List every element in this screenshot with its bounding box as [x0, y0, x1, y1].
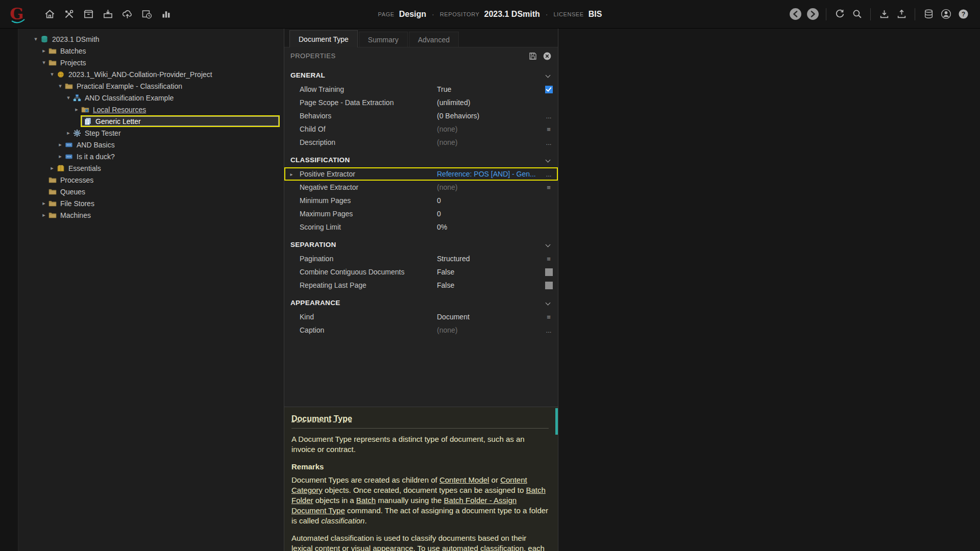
batch-import-icon[interactable] [99, 6, 116, 23]
prop-row-maximum-pages[interactable]: Maximum Pages0 [284, 207, 558, 220]
batch-clock-icon[interactable] [138, 6, 155, 23]
prop-row-pagination[interactable]: PaginationStructured≡ [284, 252, 558, 265]
tree-expander-icon[interactable]: ▸ [56, 141, 64, 148]
repository-stack-icon[interactable] [920, 6, 937, 23]
help-link[interactable]: Content Model [439, 475, 489, 484]
tree-expander-icon[interactable]: ▸ [72, 106, 81, 113]
section-header-appearance[interactable]: APPEARANCE [284, 295, 558, 310]
menu-button[interactable]: ≡ [540, 126, 558, 133]
tree-item-essentials[interactable]: ▸Essentials [18, 162, 284, 174]
tree-item-and-classification-example[interactable]: ▾AND Classification Example [18, 92, 284, 104]
home-icon[interactable] [41, 6, 58, 23]
cloud-upload-icon[interactable] [118, 6, 136, 23]
cancel-icon[interactable] [543, 52, 552, 61]
tree-expander-icon[interactable]: ▸ [48, 165, 56, 171]
prop-label: Repeating Last Page [296, 281, 437, 289]
tools-icon[interactable] [60, 6, 78, 23]
prop-row-behaviors[interactable]: Behaviors(0 Behaviors)... [284, 109, 558, 122]
help-icon[interactable]: ? [954, 6, 972, 23]
folder-icon [48, 59, 57, 67]
ellipsis-button[interactable]: ... [540, 327, 558, 334]
help-link[interactable]: Batch [356, 496, 376, 505]
batch-box-icon[interactable] [80, 6, 97, 23]
tree-expander-icon[interactable]: ▸ [40, 212, 48, 218]
prop-row-repeating-last-page[interactable]: Repeating Last PageFalse [284, 279, 558, 292]
topbar-left-icons [41, 6, 175, 23]
tree-expander-icon[interactable]: ▾ [56, 83, 64, 89]
prop-label: Description [296, 138, 437, 146]
tab-document-type[interactable]: Document Type [289, 30, 358, 47]
save-icon[interactable] [528, 52, 537, 61]
prop-label: Allow Training [296, 85, 437, 93]
tree-expander-icon[interactable]: ▸ [64, 130, 72, 136]
tree-item-is-it-a-duck[interactable]: ▸Is it a duck? [18, 151, 284, 162]
section-header-classification[interactable]: CLASSIFICATION [284, 152, 558, 167]
download-icon[interactable] [875, 6, 893, 23]
repository-value[interactable]: 2023.1 DSmith [484, 10, 540, 19]
prop-row-caption[interactable]: Caption(none)... [284, 323, 558, 337]
tree-item-generic-letter[interactable]: Generic Letter [18, 115, 284, 127]
menu-button[interactable]: ≡ [540, 184, 558, 191]
menu-button[interactable]: ≡ [540, 313, 558, 321]
tree-item-queues[interactable]: Queues [18, 186, 284, 197]
tree-expander-icon[interactable]: ▾ [48, 71, 56, 78]
checkbox-checked-icon[interactable] [545, 86, 553, 93]
prop-row-page-scope-data-extraction[interactable]: Page Scope - Data Extraction(unlimited) [284, 96, 558, 109]
tree-item-label: AND Classification Example [85, 94, 174, 102]
tree-item-projects[interactable]: ▾Projects [18, 57, 284, 68]
prop-row-kind[interactable]: KindDocument≡ [284, 310, 558, 323]
tree-expander-icon[interactable]: ▸ [40, 47, 48, 54]
tree-expander-icon[interactable]: ▾ [40, 59, 48, 66]
tab-advanced[interactable]: Advanced [409, 32, 459, 47]
tree-item-2023-1-dsmith[interactable]: ▾2023.1 DSmith [18, 33, 284, 45]
grooper-logo-icon[interactable]: G [8, 4, 27, 25]
tree-item-label: Projects [60, 59, 86, 67]
tree-item-batches[interactable]: ▸Batches [18, 45, 284, 57]
prop-row-allow-training[interactable]: Allow TrainingTrue [284, 83, 558, 96]
tree-expander-icon[interactable]: ▾ [64, 94, 72, 101]
tree-item-2023-1-wiki-and-collation-provider-project[interactable]: ▾2023.1_Wiki_AND-Collation-Provider_Proj… [18, 68, 284, 80]
tree-expander-icon[interactable]: ▸ [56, 153, 64, 160]
tree-expander-icon[interactable]: ▾ [32, 36, 40, 42]
tree-item-and-basics[interactable]: ▸AND Basics [18, 139, 284, 151]
tree-item-file-stores[interactable]: ▸File Stores [18, 197, 284, 209]
ellipsis-button[interactable]: ... [540, 139, 558, 146]
forward-icon[interactable] [804, 6, 821, 23]
help-scrollbar-thumb[interactable] [555, 408, 558, 435]
prop-row-minimum-pages[interactable]: Minimum Pages0 [284, 194, 558, 207]
help-title: Document Type [291, 414, 352, 423]
tree-item-local-resources[interactable]: ▸Local Resources [18, 104, 284, 115]
prop-row-child-of[interactable]: Child Of(none)≡ [284, 122, 558, 136]
tree-item-practical-example-classification[interactable]: ▾Practical Example - Classification [18, 80, 284, 92]
tree-item-step-tester[interactable]: ▸Step Tester [18, 127, 284, 139]
back-icon[interactable] [787, 6, 804, 23]
section-header-separation[interactable]: SEPARATION [284, 237, 558, 252]
help-text-segment: Document Types are created as children o… [291, 475, 439, 484]
prop-row-negative-extractor[interactable]: Negative Extractor(none)≡ [284, 181, 558, 194]
tab-summary[interactable]: Summary [359, 32, 408, 47]
prop-row-positive-extractor[interactable]: ▸Positive ExtractorReference: POS [AND] … [284, 167, 558, 181]
tree-item-processes[interactable]: Processes [18, 174, 284, 186]
upload-icon[interactable] [893, 6, 910, 23]
viewer-panel [558, 29, 980, 551]
prop-expander-icon[interactable]: ▸ [287, 171, 296, 177]
node-tree: ▾2023.1 DSmith▸Batches▾Projects▾2023.1_W… [18, 33, 284, 221]
prop-row-scoring-limit[interactable]: Scoring Limit0% [284, 220, 558, 234]
refresh-icon[interactable] [831, 6, 848, 23]
section-header-general[interactable]: GENERAL [284, 67, 558, 83]
page-value[interactable]: Design [399, 10, 426, 19]
checkbox-unchecked-icon[interactable] [545, 282, 553, 289]
prop-row-description[interactable]: Description(none)... [284, 136, 558, 149]
ellipsis-button[interactable]: ... [540, 170, 558, 178]
checkbox-unchecked-icon[interactable] [545, 268, 553, 276]
help-text-segment: classification [321, 516, 364, 525]
tree-item-machines[interactable]: ▸Machines [18, 209, 284, 221]
tree-expander-icon[interactable]: ▸ [40, 200, 48, 207]
search-icon[interactable] [848, 6, 866, 23]
ellipsis-button[interactable]: ... [540, 112, 558, 120]
prop-row-combine-contiguous-documents[interactable]: Combine Contiguous DocumentsFalse [284, 265, 558, 279]
stats-icon[interactable] [157, 6, 175, 23]
menu-button[interactable]: ≡ [540, 255, 558, 263]
user-icon[interactable] [937, 6, 954, 23]
prop-label: Negative Extractor [296, 183, 437, 191]
